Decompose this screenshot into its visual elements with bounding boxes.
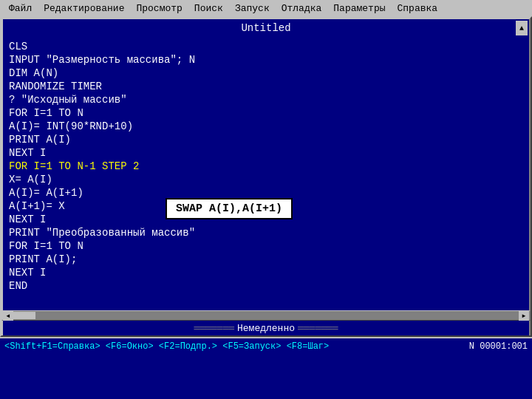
mode-bar: ═══════ Немедленно ═══════ (1, 321, 531, 335)
shortcuts-label: <Shift+F1=Справка> <F6=Окно> <F2=Подпр.>… (4, 341, 469, 352)
window: Untitled ▲ CLSINPUT "Размерность массива… (0, 16, 532, 337)
menu-view[interactable]: Просмотр (130, 1, 188, 16)
code-line-4: RANDOMIZE TIMER (9, 80, 523, 93)
status-bar: <Shift+F1=Справка> <F6=Окно> <F2=Подпр.>… (0, 337, 532, 355)
code-line-3: DIM A(N) (9, 66, 523, 80)
right-separator: ═══════ (298, 323, 338, 334)
code-line-8: PRINT A(I) (9, 133, 523, 146)
scroll-left-arrow[interactable]: ◄ (3, 310, 13, 321)
swap-tooltip: SWAP A(I),A(I+1) (166, 198, 293, 219)
menu-bar: Файл Редактирование Просмотр Поиск Запус… (0, 0, 532, 16)
code-line-18: NEXT I (9, 266, 523, 279)
menu-debug[interactable]: Отладка (276, 1, 328, 16)
mode-line: ═══════ Немедленно ═══════ (194, 323, 338, 334)
menu-run[interactable]: Запуск (229, 1, 276, 16)
code-line-2: INPUT "Размерность массива"; N (9, 53, 523, 66)
code-line-19: END (9, 279, 523, 293)
code-line-1: CLS (9, 40, 523, 53)
code-line-16: FOR I=1 TO N (9, 239, 523, 253)
left-separator: ═══════ (194, 323, 234, 334)
title-bar: Untitled ▲ (1, 18, 531, 37)
code-line-10: FOR I=1 TO N-1 STEP 2 (9, 160, 523, 173)
code-line-9: NEXT I (9, 146, 523, 160)
code-line-7: A(I)= INT(90*RND+10) (9, 120, 523, 133)
scroll-thumb[interactable] (13, 312, 35, 319)
horizontal-scrollbar[interactable]: ◄ ► (1, 310, 531, 321)
code-line-5: ? "Исходный массив" (9, 93, 523, 106)
code-area[interactable]: CLSINPUT "Размерность массива"; NDIM A(N… (1, 37, 531, 310)
code-line-15: PRINT "Преобразованный массив" (9, 226, 523, 239)
menu-options[interactable]: Параметры (327, 1, 391, 16)
code-line-6: FOR I=1 TO N (9, 106, 523, 120)
title-text: Untitled (241, 22, 290, 34)
menu-file[interactable]: Файл (3, 1, 38, 16)
scroll-right-arrow[interactable]: ► (519, 310, 529, 321)
code-line-11: X= A(I) (9, 173, 523, 186)
code-line-17: PRINT A(I); (9, 253, 523, 266)
menu-search[interactable]: Поиск (188, 1, 229, 16)
position-label: N 00001:001 (469, 341, 528, 352)
scroll-up-button[interactable]: ▲ (516, 21, 528, 35)
menu-help[interactable]: Справка (392, 1, 444, 16)
scroll-track[interactable] (13, 312, 519, 319)
menu-edit[interactable]: Редактирование (38, 1, 130, 16)
mode-label: Немедленно (237, 323, 295, 334)
